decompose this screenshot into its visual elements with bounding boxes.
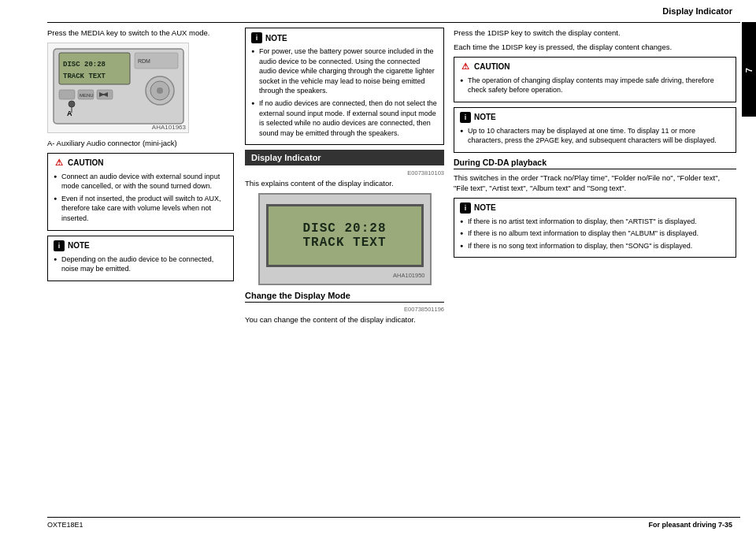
change-text: You can change the content of the displa… <box>245 314 444 325</box>
press-1disp-text: Press the 1DISP key to switch the displa… <box>454 28 736 38</box>
note-icon-mid: i <box>251 32 262 43</box>
section-number: 7 <box>744 66 754 72</box>
svg-text:MENU: MENU <box>80 93 94 98</box>
page-container: Display Indicator 7 OXTE18E1 For pleasan… <box>0 0 756 535</box>
cdda-text: This switches in the order "Track no/Pla… <box>454 173 736 194</box>
left-column: Press the MEDIA key to switch to the AUX… <box>47 28 240 513</box>
footer-left: OXTE18E1 <box>47 521 83 529</box>
left-caution-item-2: Even if not inserted, the product will s… <box>54 194 228 224</box>
cdda-note-item-2: If there is no album text information to… <box>460 228 730 239</box>
right-note-item-1: Up to 10 characters may be displayed at … <box>460 126 730 146</box>
caution-icon-right: ⚠ <box>460 61 471 72</box>
e-code-top: E0073810103 <box>245 169 444 176</box>
left-caution-header: ⚠ CAUTION <box>54 158 228 169</box>
head-unit-svg: DISC 20:28 TRACK TEXT RDM MENU <box>50 45 187 132</box>
svg-point-17 <box>69 101 75 107</box>
e-code-bottom: E00738501196 <box>245 306 444 313</box>
left-caution-list: Connect an audio device with external so… <box>54 172 228 224</box>
cdda-note-box: i NOTE If there is no artist text inform… <box>454 198 736 258</box>
left-note-list: Depending on the audio device to be conn… <box>54 254 228 274</box>
mid-note-header: i NOTE <box>251 32 438 43</box>
left-note-header: i NOTE <box>54 240 228 251</box>
right-column: Press the 1DISP key to switch the displa… <box>449 28 736 513</box>
right-caution-list: The operation of changing display conten… <box>460 76 730 95</box>
top-rule <box>47 22 740 23</box>
lcd-line1: DISC 20:28 <box>302 221 386 236</box>
right-caution-header: ⚠ CAUTION <box>460 61 730 72</box>
note-icon-cdda: i <box>460 202 471 214</box>
each-time-text: Each time the 1DISP key is pressed, the … <box>454 42 736 52</box>
cdda-note-header: i NOTE <box>460 202 730 214</box>
svg-text:RDM: RDM <box>138 58 150 64</box>
lcd-outer: DISC 20:28 TRACK TEXT AHA101950 <box>258 193 432 285</box>
note-icon-left: i <box>54 240 65 251</box>
head-unit-diagram: DISC 20:28 TRACK TEXT RDM MENU <box>47 43 189 133</box>
change-heading: Change the Display Mode <box>245 291 444 303</box>
display-indicator-bar: Display Indicator <box>245 150 444 165</box>
right-note-label: NOTE <box>474 113 496 121</box>
caution-icon: ⚠ <box>54 158 65 169</box>
cdda-note-list: If there is no artist text information t… <box>460 217 730 251</box>
left-note-label: NOTE <box>68 241 90 250</box>
diagram-label: AHA101963 <box>152 124 186 131</box>
left-caution-box: ⚠ CAUTION Connect an audio device with e… <box>47 153 234 231</box>
display-indicator-label: Display Indicator <box>251 153 321 162</box>
a-caption: A- Auxiliary Audio connector (mini-jack) <box>47 138 234 148</box>
cdda-heading: During CD-DA playback <box>454 158 736 169</box>
section-tab: 7 <box>742 22 756 117</box>
right-caution-box: ⚠ CAUTION The operation of changing disp… <box>454 57 736 102</box>
mid-note-item-1: For power, use the battery power source … <box>251 46 438 96</box>
page-title: Display Indicator <box>662 6 732 16</box>
right-note-header: i NOTE <box>460 112 730 123</box>
svg-rect-6 <box>59 90 75 99</box>
svg-text:TRACK TEXT: TRACK TEXT <box>63 72 106 80</box>
lcd-label: AHA101950 <box>265 272 425 279</box>
lcd-line2: TRACK TEXT <box>302 236 386 250</box>
left-caution-label: CAUTION <box>68 158 104 167</box>
note-icon-right: i <box>460 112 471 123</box>
explains-text: This explains content of the display ind… <box>245 178 444 188</box>
right-note-box: i NOTE Up to 10 characters may be displa… <box>454 107 736 153</box>
cdda-note-item-1: If there is no artist text information t… <box>460 217 730 227</box>
mid-note-list: For power, use the battery power source … <box>251 46 438 138</box>
content-area: Press the MEDIA key to switch to the AUX… <box>47 28 736 513</box>
right-caution-item-1: The operation of changing display conten… <box>460 76 730 95</box>
mid-note-item-2: If no audio devices are connected, then … <box>251 98 438 138</box>
left-note-box: i NOTE Depending on the audio device to … <box>47 236 234 281</box>
left-caution-item-1: Connect an audio device with external so… <box>54 172 228 191</box>
cdda-note-label: NOTE <box>474 203 496 212</box>
aux-intro-text: Press the MEDIA key to switch to the AUX… <box>47 28 234 38</box>
mid-note-box: i NOTE For power, use the battery power … <box>245 28 444 145</box>
right-note-list: Up to 10 characters may be displayed at … <box>460 126 730 146</box>
mid-note-label: NOTE <box>265 34 287 43</box>
lcd-display: DISC 20:28 TRACK TEXT <box>266 204 424 267</box>
svg-text:DISC  20:28: DISC 20:28 <box>63 61 106 69</box>
right-caution-label: CAUTION <box>474 62 510 71</box>
footer-right: For pleasant driving 7-35 <box>648 521 732 529</box>
left-note-item-1: Depending on the audio device to be conn… <box>54 254 228 274</box>
cdda-note-item-3: If there is no song text information to … <box>460 241 730 251</box>
bottom-rule <box>47 517 740 518</box>
middle-column: i NOTE For power, use the battery power … <box>240 28 449 513</box>
svg-point-14 <box>157 87 163 94</box>
